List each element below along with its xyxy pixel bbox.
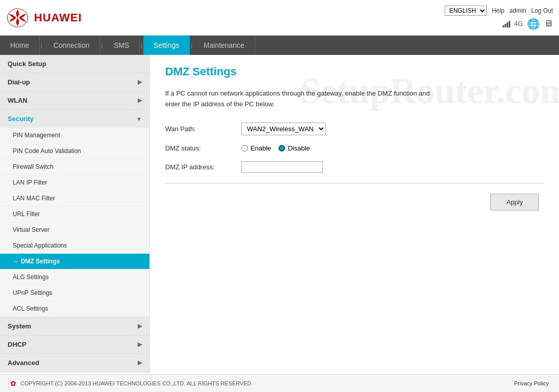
sidebar-advanced-header[interactable]: Advanced ▶ — [0, 354, 149, 372]
dmz-disable-label: Disable — [288, 144, 309, 152]
system-arrow: ▶ — [138, 323, 142, 329]
sidebar-dhcp-header[interactable]: DHCP ▶ — [0, 336, 149, 353]
sidebar-item-pin-code-auto[interactable]: PIN Code Auto Validation — [0, 143, 149, 159]
nav-connection[interactable]: Connection — [43, 36, 100, 55]
sidebar-item-virtual-server[interactable]: Virtual Server — [0, 222, 149, 238]
signal-icon — [503, 20, 510, 27]
description: If a PC cannot run network applications … — [165, 88, 521, 110]
content-inner: DMZ Settings If a PC cannot run network … — [165, 65, 544, 210]
globe-icon: 🌐 — [527, 18, 540, 30]
dmz-disable-radio[interactable] — [278, 145, 285, 152]
nav-home[interactable]: Home — [0, 36, 40, 55]
sidebar-section-advanced: Advanced ▶ — [0, 354, 149, 372]
sidebar-section-quick-setup: Quick Setup — [0, 55, 149, 73]
sidebar-section-dhcp: DHCP ▶ — [0, 336, 149, 354]
apply-button[interactable]: Apply — [490, 194, 539, 210]
sidebar: Quick Setup Dial-up ▶ WLAN ▶ Security ▼ … — [0, 55, 150, 374]
sidebar-item-dmz-settings[interactable]: DMZ Settings — [0, 254, 149, 269]
sidebar-wlan-header[interactable]: WLAN ▶ — [0, 92, 149, 109]
advanced-arrow: ▶ — [138, 359, 142, 366]
sidebar-security-header[interactable]: Security ▼ — [0, 110, 149, 128]
help-link[interactable]: Help — [492, 7, 505, 14]
dhcp-arrow: ▶ — [138, 341, 142, 348]
sidebar-item-url-filter[interactable]: URL Filter — [0, 206, 149, 222]
logo-text: HUAWEI — [34, 11, 82, 24]
top-right: ENGLISH Help admin Log Out 4G 🌐 🖥 — [445, 6, 553, 30]
sidebar-item-lan-ip-filter[interactable]: LAN IP Filter — [0, 175, 149, 191]
sidebar-item-firewall-switch[interactable]: Firewall Switch — [0, 159, 149, 175]
status-icons: 4G 🌐 🖥 — [503, 18, 553, 30]
footer: ✿ COPYRIGHT (C) 2006-2013 HUAWEI TECHNOL… — [0, 374, 559, 392]
dmz-status-group: DMZ status: Enable Disable — [165, 144, 544, 152]
apply-row: Apply — [165, 194, 544, 210]
wan-path-group: Wan Path: WAN2_Wireless_WAN — [165, 123, 544, 135]
dmz-ip-label: DMZ IP address: — [165, 163, 241, 171]
dmz-ip-group: DMZ IP address: — [165, 161, 544, 173]
sidebar-dial-up-header[interactable]: Dial-up ▶ — [0, 73, 149, 91]
top-bar: HUAWEI ENGLISH Help admin Log Out 4G 🌐 🖥 — [0, 0, 559, 36]
page-title: DMZ Settings — [165, 65, 544, 78]
sidebar-quick-setup-header[interactable]: Quick Setup — [0, 55, 149, 73]
dmz-status-options: Enable Disable — [241, 144, 310, 152]
sidebar-item-alg-settings[interactable]: ALG Settings — [0, 269, 149, 285]
dmz-enable-label: Enable — [251, 144, 271, 152]
network-type-label: 4G — [514, 20, 523, 27]
logout-link[interactable]: Log Out — [531, 7, 553, 14]
footer-left: ✿ COPYRIGHT (C) 2006-2013 HUAWEI TECHNOL… — [10, 379, 253, 387]
sidebar-section-security: Security ▼ PIN Management PIN Code Auto … — [0, 110, 149, 317]
sidebar-section-wlan: WLAN ▶ — [0, 92, 149, 110]
wlan-arrow: ▶ — [138, 97, 142, 104]
privacy-policy-link[interactable]: Privacy Policy — [514, 380, 549, 386]
footer-logo-icon: ✿ — [10, 379, 16, 387]
sidebar-item-upnp-settings[interactable]: UPnP Settings — [0, 285, 149, 301]
footer-copyright: COPYRIGHT (C) 2006-2013 HUAWEI TECHNOLOG… — [20, 380, 253, 386]
wan-path-label: Wan Path: — [165, 125, 241, 133]
dmz-enable-option[interactable]: Enable — [241, 144, 271, 152]
dmz-disable-option[interactable]: Disable — [278, 144, 309, 152]
main-layout: Quick Setup Dial-up ▶ WLAN ▶ Security ▼ … — [0, 55, 559, 374]
dial-up-arrow: ▶ — [138, 79, 142, 85]
nav-settings[interactable]: Settings — [143, 36, 190, 55]
content-area: SetupRouter.com DMZ Settings If a PC can… — [150, 55, 559, 374]
sidebar-section-system: System ▶ — [0, 317, 149, 336]
nav-maintenance[interactable]: Maintenance — [194, 36, 255, 55]
sidebar-item-special-applications[interactable]: Special Applications — [0, 238, 149, 254]
security-arrow: ▼ — [136, 116, 142, 122]
language-select[interactable]: ENGLISH — [445, 6, 487, 16]
logo-area: HUAWEI — [6, 8, 82, 28]
nav-sms[interactable]: SMS — [104, 36, 140, 55]
dmz-status-label: DMZ status: — [165, 144, 241, 152]
admin-link[interactable]: admin — [510, 7, 526, 14]
monitor-icon: 🖥 — [544, 18, 553, 29]
top-right-links: ENGLISH Help admin Log Out — [445, 6, 553, 16]
dmz-enable-radio[interactable] — [241, 145, 248, 152]
wan-path-select[interactable]: WAN2_Wireless_WAN — [241, 123, 326, 135]
nav-bar: Home | Connection | SMS | Settings | Mai… — [0, 36, 559, 55]
sidebar-section-dial-up: Dial-up ▶ — [0, 73, 149, 92]
sidebar-item-lan-mac-filter[interactable]: LAN MAC Filter — [0, 191, 149, 206]
sidebar-item-pin-management[interactable]: PIN Management — [0, 128, 149, 143]
sidebar-item-acl-settings[interactable]: ACL Settings — [0, 301, 149, 317]
divider — [165, 183, 544, 184]
dmz-ip-input[interactable] — [241, 161, 323, 173]
huawei-logo-icon — [6, 8, 29, 28]
sidebar-system-header[interactable]: System ▶ — [0, 317, 149, 335]
